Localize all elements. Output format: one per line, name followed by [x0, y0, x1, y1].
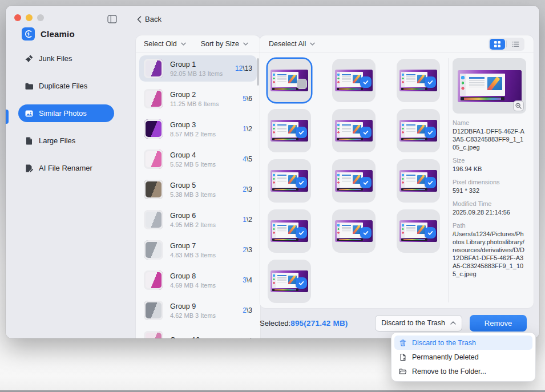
- grid-view-icon[interactable]: [490, 39, 505, 50]
- checked-badge-icon[interactable]: [360, 227, 372, 239]
- group-selected-count: \: [251, 337, 252, 338]
- photo-group-row[interactable]: Group 2 11.25 MB 6 Items 5\6: [139, 86, 257, 112]
- panel-divider: [448, 58, 449, 302]
- photo-tile[interactable]: [268, 260, 311, 303]
- action-bar: Selected: 895(271.42 MB) Discard to the …: [260, 313, 534, 333]
- group-meta: 5.52 MB 5 Items: [170, 161, 243, 168]
- checked-badge-icon[interactable]: [360, 177, 372, 188]
- photo-group-row[interactable]: Group 5 5.38 MB 3 Items 2\3: [139, 176, 257, 203]
- unchecked-checkbox[interactable]: [297, 79, 307, 89]
- sidebar-item-junk-files[interactable]: Junk Files: [18, 50, 114, 67]
- menu-item-discard-to-trash[interactable]: Discard to the Trash: [394, 336, 532, 350]
- checked-badge-icon[interactable]: [425, 227, 436, 239]
- photo-tile[interactable]: [268, 109, 311, 152]
- chevron-down-icon: [310, 42, 315, 46]
- list-view-icon[interactable]: [508, 39, 523, 50]
- photo-tile[interactable]: [332, 59, 376, 102]
- cleamio-logo-icon: [22, 27, 35, 41]
- back-button[interactable]: Back: [137, 15, 162, 23]
- sort-by-dropdown[interactable]: Sort by Size: [201, 40, 248, 48]
- group-selected-count: 5\6: [243, 95, 252, 103]
- group-thumbnail: [144, 240, 163, 260]
- photo-tile[interactable]: [332, 209, 376, 253]
- photo-tile[interactable]: [332, 159, 376, 203]
- sidebar-toggle-icon[interactable]: [106, 14, 118, 24]
- photo-tile[interactable]: [268, 159, 311, 203]
- checked-badge-icon[interactable]: [360, 127, 372, 138]
- checked-badge-icon[interactable]: [296, 227, 307, 239]
- checked-badge-icon[interactable]: [296, 277, 307, 289]
- zoom-window-button[interactable]: [37, 14, 44, 21]
- photo-tile[interactable]: [268, 59, 311, 102]
- menu-item-remove-to-folder[interactable]: Remove to the Folder...: [394, 364, 532, 378]
- sidebar-item-label: Large Files: [39, 136, 75, 145]
- file-icon: [24, 136, 34, 146]
- checked-badge-icon[interactable]: [296, 127, 307, 138]
- photo-thumbnail: [335, 70, 373, 91]
- photo-tile[interactable]: [397, 209, 440, 253]
- photo-tile[interactable]: [397, 159, 440, 203]
- checked-badge-icon[interactable]: [296, 177, 307, 188]
- group-selected-count: 2\3: [243, 185, 252, 193]
- group-name: Group 2: [170, 91, 243, 99]
- photo-group-row[interactable]: Group 3 8.57 MB 2 Items 1\2: [139, 116, 257, 142]
- group-selected-count: 4\5: [243, 155, 252, 163]
- group-name: Group 6: [170, 212, 243, 220]
- zoom-preview-icon[interactable]: [513, 100, 524, 111]
- sidebar-nav: Junk Files Duplicate Files Similar Photo…: [18, 50, 114, 177]
- detail-dimensions: Pixel dimensions 591 * 332: [453, 179, 526, 195]
- group-meta: 8.57 MB 2 Items: [170, 131, 243, 138]
- checked-badge-icon[interactable]: [360, 76, 372, 88]
- selected-label: Selected:: [260, 319, 290, 328]
- group-thumbnail: [144, 180, 163, 199]
- remove-button[interactable]: Remove: [470, 315, 527, 332]
- group-list-scrollbar[interactable]: [257, 58, 259, 86]
- group-thumbnail: [144, 210, 163, 229]
- minimize-window-button[interactable]: [26, 14, 33, 21]
- menu-item-label: Permanently Deleted: [412, 353, 479, 361]
- menu-item-permanently-deleted[interactable]: Permanently Deleted: [394, 350, 532, 364]
- photo-tile[interactable]: [397, 59, 440, 102]
- sidebar-item-label: Duplicate Files: [39, 82, 87, 90]
- photo-group-row[interactable]: Group 7 4.83 MB 3 Items 2\3: [139, 237, 257, 263]
- folder-open-icon: [399, 367, 407, 375]
- checked-badge-icon[interactable]: [425, 76, 436, 88]
- app-window: Cleamio Junk Files Duplicate Files Simil…: [6, 6, 539, 338]
- photo-thumbnail: [335, 220, 373, 242]
- sidebar-item-large-files[interactable]: Large Files: [18, 132, 114, 149]
- photo-group-row[interactable]: Group 10 \: [139, 328, 257, 338]
- photo-group-row[interactable]: Group 8 4.69 MB 4 Items 3\4: [139, 267, 257, 293]
- photo-thumbnail: [399, 220, 437, 242]
- group-name: Group 4: [170, 151, 243, 159]
- group-meta: 92.05 MB 13 Items: [170, 70, 235, 77]
- photo-group-row[interactable]: Group 4 5.52 MB 5 Items 4\5: [139, 146, 257, 172]
- sidebar-item-label: Similar Photos: [39, 109, 87, 118]
- select-old-dropdown[interactable]: Select Old: [144, 40, 186, 48]
- deselect-all-dropdown[interactable]: Deselect All: [269, 40, 315, 48]
- group-thumbnail: [144, 89, 163, 108]
- photo-group-row[interactable]: Group 9 4.62 MB 3 Items 2\3: [139, 297, 257, 324]
- photo-tile[interactable]: [268, 209, 311, 253]
- photo-tile[interactable]: [397, 109, 440, 152]
- checked-badge-icon[interactable]: [425, 127, 436, 138]
- photo-tile[interactable]: [332, 109, 376, 152]
- detail-path: Path /Users/a1234/Pictures/Photos Librar…: [453, 222, 526, 278]
- checked-badge-icon[interactable]: [425, 177, 436, 188]
- group-name: Group 10: [170, 336, 251, 339]
- brush-icon: [24, 54, 34, 63]
- removal-mode-dropdown[interactable]: Discard to the Trash: [375, 315, 462, 332]
- sidebar-item-similar-photos[interactable]: Similar Photos: [18, 104, 114, 122]
- groups-panel: Select Old Sort by Size Group 1 92.05 MB…: [136, 35, 260, 338]
- chevron-down-icon: [243, 42, 248, 46]
- detail-modified-time: Modified Time 2025.09.28 21:14:56: [453, 200, 526, 216]
- close-window-button[interactable]: [14, 14, 21, 21]
- group-thumbnail: [144, 270, 163, 290]
- group-thumbnail: [144, 301, 163, 320]
- photo-preview-image: [458, 70, 522, 102]
- photo-group-row[interactable]: Group 6 4.95 MB 2 Items 1\2: [139, 207, 257, 233]
- folder-icon: [24, 81, 34, 91]
- photo-group-row[interactable]: Group 1 92.05 MB 13 Items 12\13: [139, 55, 257, 82]
- group-meta: 4.62 MB 3 Items: [170, 312, 243, 319]
- sidebar-item-duplicate-files[interactable]: Duplicate Files: [18, 77, 114, 95]
- sidebar-item-ai-file-renamer[interactable]: AI File Renamer: [18, 159, 114, 177]
